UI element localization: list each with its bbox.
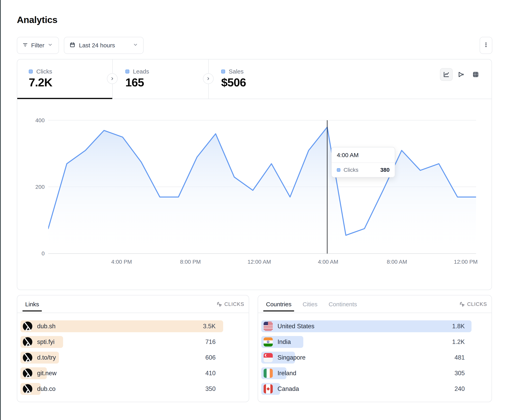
area-fill [48,127,476,253]
chevron-right-icon [206,76,210,81]
country-row[interactable]: Singapore 481 [261,352,471,363]
line-chart-icon [443,71,450,78]
chart-tooltip: 4:00 AM Clicks 380 [331,147,395,178]
x-axis-tick: 8:00 PM [180,259,201,265]
tab-clicks[interactable]: Clicks 7.2K [17,59,112,99]
link-clicks-value: 606 [205,352,216,363]
link-row[interactable]: git.new 410 [20,367,223,379]
singapore-flag-icon [264,353,273,362]
countries-panel: Countries Cities Continents CLICKS Unite… [258,295,492,402]
link-clicks-value: 716 [205,336,216,348]
tab-cities[interactable]: Cities [302,295,317,313]
y-axis-tick: 400 [26,117,45,124]
metric-tabs-header: Clicks 7.2K Leads 165 Sales $506 [17,59,492,99]
dub-logo-icon [23,322,32,331]
links-panel: Links CLICKS dub.sh 3.5K spti.fyi [17,295,249,402]
next-metric-button[interactable] [107,73,118,84]
dub-logo-icon [23,369,32,378]
filter-icon [22,42,28,49]
leads-tab-label: Leads [133,68,149,75]
chevron-right-icon [110,76,114,81]
tab-leads[interactable]: Leads 165 [113,59,208,99]
link-label: git.new [37,370,57,377]
next-metric-button[interactable] [203,73,214,84]
table-view-button[interactable] [469,68,482,81]
calendar-icon [69,42,75,49]
dub-logo-icon [23,337,32,347]
country-label: Singapore [277,354,306,361]
tooltip-series-label: Clicks [344,167,359,173]
table-icon [472,71,479,78]
line-chart-view-button[interactable] [440,68,453,81]
sales-value: $506 [221,76,246,89]
links-panel-header: Links CLICKS [17,295,249,313]
tab-continents[interactable]: Continents [329,295,357,313]
dub-logo-icon [23,384,32,394]
country-label: Canada [277,385,299,392]
tab-links[interactable]: Links [25,295,39,313]
country-clicks-value: 240 [455,383,465,395]
clicks-tab-label: Clicks [36,68,52,75]
leads-legend-icon [125,70,129,73]
x-axis-tick: 12:00 PM [454,259,478,265]
x-axis-tick: 8:00 AM [387,259,407,265]
analytics-page: Analytics Filter Last 24 hours Clicks 7.… [0,0,508,420]
hover-crosshair [327,120,328,253]
chevron-down-icon [48,42,53,49]
sales-tab-label: Sales [229,68,244,75]
country-label: India [277,338,291,346]
chevron-down-icon [133,42,138,49]
funnel-view-button[interactable] [455,68,467,81]
us-flag-icon [264,322,273,331]
country-clicks-value: 305 [455,367,465,379]
sales-legend-icon [221,70,225,73]
filter-button-label: Filter [31,42,45,49]
india-flag-icon [264,337,273,347]
links-metric-header-label: CLICKS [224,301,244,307]
dub-logo-icon [23,353,32,362]
leads-value: 165 [125,76,144,89]
country-clicks-value: 1.2K [452,336,465,348]
tooltip-value: 380 [380,167,389,173]
more-options-button[interactable] [480,37,492,54]
cursor-click-icon [217,301,222,307]
page-title: Analytics [17,14,57,25]
page-left-edge [0,0,1,420]
country-clicks-value: 481 [455,352,465,363]
kebab-menu-icon [483,42,489,49]
x-axis-tick: 4:00 PM [111,259,132,265]
clicks-legend-icon [337,168,340,172]
clicks-area-chart[interactable] [48,111,476,253]
active-tab-underline [17,98,112,99]
filter-button[interactable]: Filter [17,37,59,54]
tooltip-time: 4:00 AM [332,147,395,163]
link-clicks-value: 3.5K [203,320,216,332]
canada-flag-icon [264,384,273,393]
cursor-click-icon [459,301,465,307]
countries-clicks-sort-button[interactable]: CLICKS [459,295,487,313]
country-row[interactable]: Canada 240 [261,383,471,395]
link-row[interactable]: dub.sh 3.5K [20,320,223,332]
x-axis-tick: 12:00 AM [247,259,271,265]
funnel-icon [458,71,464,78]
country-row[interactable]: United States 1.8K [261,320,471,332]
countries-panel-header: Countries Cities Continents CLICKS [258,295,492,313]
tab-countries[interactable]: Countries [266,295,291,313]
date-range-button[interactable]: Last 24 hours [64,37,144,54]
links-list: dub.sh 3.5K spti.fyi 716 d.to/try 606 [20,320,223,398]
link-clicks-value: 410 [205,367,216,379]
link-label: spti.fyi [37,338,54,346]
country-row[interactable]: India 1.2K [261,336,471,348]
tab-sales[interactable]: Sales $506 [209,59,320,99]
link-row[interactable]: dub.co 350 [20,383,223,395]
x-axis-tick: 4:00 AM [318,259,338,265]
clicks-legend-icon [29,70,33,73]
link-row[interactable]: d.to/try 606 [20,352,223,363]
chart-view-toggles [440,68,482,81]
country-row[interactable]: Ireland 305 [261,367,471,379]
links-clicks-sort-button[interactable]: CLICKS [217,295,244,313]
link-label: dub.co [37,385,56,392]
link-label: dub.sh [37,323,56,330]
link-row[interactable]: spti.fyi 716 [20,336,223,348]
country-label: Ireland [277,370,296,377]
